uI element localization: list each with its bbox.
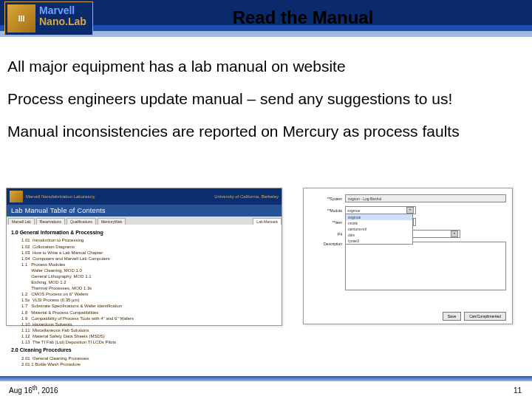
save-button[interactable]: Save <box>443 312 461 321</box>
dropdown-option[interactable]: centura-mtl <box>346 226 412 232</box>
slide-title: Read the Manual <box>148 7 458 28</box>
tab-reservations[interactable]: Reservations <box>36 218 65 225</box>
toc-item: 1.1 Process Modules <box>21 262 277 267</box>
screenshot-mercury-fault-form: **System svgcon - Log Bashol **Module sv… <box>303 188 513 324</box>
chip-icon <box>10 191 23 202</box>
bullet-2: Process engineers update manual – send a… <box>7 90 525 108</box>
logo-text-top: Marvell <box>39 4 75 16</box>
label-item: **Item <box>310 220 342 225</box>
toc-tabs: Marvell Lab Reservations Qualifications … <box>7 216 282 225</box>
chip-icon: III <box>7 4 35 33</box>
toc-item: 1.5s VLSI Process (0.35 μm) <box>21 297 277 303</box>
tab-mercuryweb[interactable]: MercuryWeb <box>98 218 126 225</box>
cancel-button[interactable]: Can/Complimented <box>464 312 506 321</box>
toc-item: 1.7 Substrate Specifications & Wafer Ide… <box>21 303 277 309</box>
toc-item: 1.11 Miscellaneous Fab Solutions <box>21 327 277 333</box>
toc-section-1: 1.0 General Information & Processing <box>11 229 277 236</box>
tab-marvell-lab[interactable]: Marvell Lab <box>8 218 35 225</box>
label-module: **Module <box>310 208 342 213</box>
page-number: 11 <box>514 386 522 395</box>
toc-item: 1.01 Introduction to Processing <box>21 237 277 243</box>
toc-item: 1.13 The TI Fab (Ltd) Deposition TI LCDs… <box>21 339 277 345</box>
tab-lab-manuals[interactable]: Lab Manuals <box>253 218 282 225</box>
system-field[interactable]: svgcon - Log Bashol <box>345 194 506 202</box>
toc-item: 1.10 Hazardous Solvents <box>21 321 277 327</box>
toc-section-2: 2.0 Cleaning Procedures <box>11 347 277 353</box>
toc-item: 1.03 How to Write a Lab Manual Chapter <box>21 250 277 256</box>
body-text: All major equipment has a lab manual on … <box>7 58 525 155</box>
toc-brand-left: Marvell Nanofabrication Laboratory <box>26 194 214 199</box>
dropdown-option[interactable]: tystar2 <box>346 238 412 244</box>
toc-item: 1.2 CMOS Process on 6" Wafers <box>21 291 277 297</box>
toc-item: Thermal Processes, MOD 1.3s <box>21 285 277 291</box>
label-p4: P4 <box>310 232 342 236</box>
label-description: Description <box>310 242 342 246</box>
toc-item: 2.01.1 Bottle Wash Procedure <box>21 361 277 367</box>
chevron-down-icon: ▾ <box>406 207 414 214</box>
toc-item: 1.02 Collocation Diagrams <box>21 244 277 250</box>
footer-divider <box>0 376 532 381</box>
description-textarea[interactable] <box>345 242 506 290</box>
toc-item: 1.04 Computers and Marvell Lab Computers <box>21 256 277 262</box>
dropdown-option[interactable]: svgmos <box>346 214 412 220</box>
toc-brand-right: University of California, Berkeley <box>214 194 279 199</box>
toc-item: Etching, MOD 1.2 <box>21 279 277 285</box>
toc-item: 1.9 Compatibility of Process Tools with … <box>21 316 277 321</box>
toc-item: 2.01 General Cleaning Processes <box>21 355 277 361</box>
marvell-nanolab-logo: III Marvell Nano.Lab <box>4 1 93 35</box>
screenshot-lab-manual-toc: Marvell Nanofabrication Laboratory Unive… <box>6 188 282 326</box>
footer-date: Aug 16th, 2016 <box>9 384 58 395</box>
toc-item: 1.8 Material & Process Compatibilities <box>21 310 277 316</box>
logo-text-bottom: Nano.Lab <box>39 16 86 27</box>
toc-title: Lab Manual Table of Contents <box>7 205 282 216</box>
toc-item: Wafer Cleaning, MOD 1.0 <box>21 267 277 273</box>
bullet-1: All major equipment has a lab manual on … <box>7 58 525 75</box>
chevron-down-icon: ▾ <box>451 231 458 237</box>
dropdown-option[interactable]: msink <box>346 220 412 226</box>
module-dropdown-list[interactable]: svgmos msink centura-mtl dsis tystar2 <box>345 214 413 245</box>
dropdown-option[interactable]: dsis <box>346 232 412 238</box>
label-system: **System <box>310 197 342 201</box>
tab-qualifications[interactable]: Qualifications <box>66 218 96 225</box>
bullet-3: Manual inconsistencies are reported on M… <box>7 123 525 140</box>
toc-item: General Lithography, MOD 1.1 <box>21 273 277 279</box>
toc-item: 1.12 Material Safety Data Sheets (MSDS) <box>21 333 277 339</box>
